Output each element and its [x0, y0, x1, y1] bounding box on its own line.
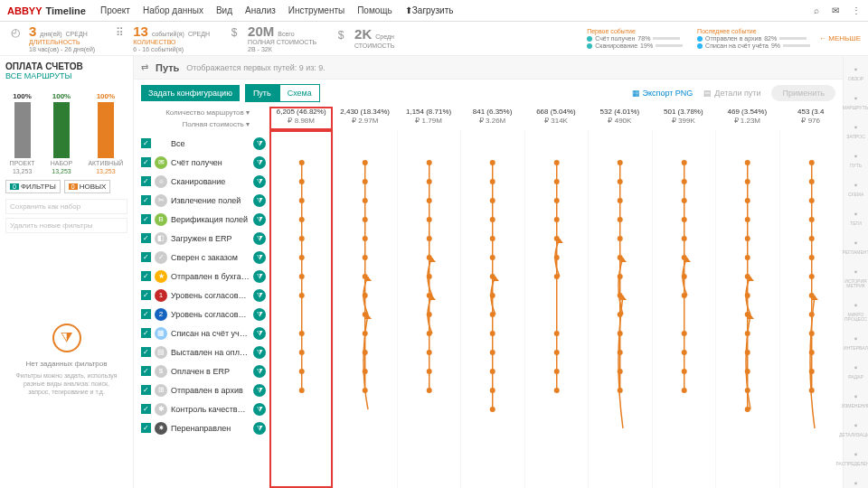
event-row[interactable]: ✓2Уровень согласования 2⧩ [141, 305, 266, 324]
rail-СХЕМА[interactable]: ▪СХЕМА [848, 177, 864, 197]
rail-ПУТЬ[interactable]: ▪ПУТЬ [849, 148, 863, 168]
filter-icon[interactable]: ⧩ [253, 365, 266, 378]
path-column[interactable] [460, 130, 524, 488]
rail-ДЕТАЛИЗАЦИЯ[interactable]: ▪ДЕТАЛИЗАЦИЯ [839, 418, 868, 437]
save-as-set-button[interactable]: Сохранить как набор [5, 199, 127, 214]
tab-path[interactable]: Путь [245, 84, 279, 102]
event-row[interactable]: ✓✉Счёт получен⧩ [141, 153, 266, 172]
checkbox-icon[interactable]: ✓ [141, 252, 151, 262]
mail-icon[interactable]: ✉ [832, 5, 839, 15]
filter-icon[interactable]: ⧩ [253, 308, 266, 321]
filter-icon[interactable]: ⧩ [253, 422, 266, 435]
checkbox-icon[interactable]: ✓ [141, 138, 151, 148]
event-row[interactable]: ✓BВерификация полей⧩ [141, 210, 266, 229]
path-column-header[interactable]: 841 (6.35%)₽ 3.26M [460, 107, 524, 130]
checkbox-icon[interactable]: ✓ [141, 271, 151, 281]
event-row[interactable]: ✓★Отправлен в бухгалтерию⧩ [141, 267, 266, 286]
filter-icon[interactable]: ⧩ [253, 213, 266, 226]
filter-icon[interactable]: ⧩ [253, 194, 266, 207]
event-row[interactable]: ✓✱Контроль качества рас...⧩ [141, 399, 266, 418]
event-row[interactable]: ✓✷Перенаправлен⧩ [141, 418, 266, 437]
filter-icon[interactable]: ⧩ [253, 137, 266, 150]
path-column-header[interactable]: 6,205 (46.82%)₽ 8.98M [269, 107, 333, 130]
path-details-button[interactable]: ▤ Детали пути [703, 89, 760, 98]
path-column[interactable] [269, 130, 333, 488]
routes-selector[interactable]: Количество маршрутов ▾ [134, 108, 257, 117]
search-icon[interactable]: ⌕ [814, 5, 819, 15]
event-row[interactable]: ✓✂Извлечение полей⧩ [141, 191, 266, 210]
path-column-header[interactable]: 501 (3.78%)₽ 399K [652, 107, 715, 130]
event-row[interactable]: ✓▤Выставлен на оплату⧩ [141, 343, 266, 361]
path-column-header[interactable]: 453 (3.4₽ 976 [779, 107, 843, 130]
rail-ИЗМЕНЕНИЕ[interactable]: ▪ИЗМЕНЕНИЕ [842, 389, 868, 408]
event-row[interactable]: ✓◧Загружен в ERP⧩ [141, 229, 266, 248]
checkbox-icon[interactable]: ✓ [141, 290, 151, 300]
export-png-button[interactable]: ▦ Экспорт PNG [632, 89, 693, 98]
rail-ИСТОРИЯ МЕТРИК[interactable]: ▪ИСТОРИЯ МЕТРИК [844, 264, 868, 288]
filter-icon[interactable]: ⧩ [253, 175, 266, 188]
menu-Проект[interactable]: Проект [100, 5, 130, 15]
path-column-header[interactable]: 469 (3.54%)₽ 1.23M [715, 107, 778, 130]
upload-button[interactable]: ⬆ Загрузить [405, 5, 454, 15]
menu-Вид[interactable]: Вид [216, 5, 232, 15]
filter-icon[interactable]: ⧩ [253, 232, 266, 245]
event-row[interactable]: ✓⊞Отправлен в архив⧩ [141, 380, 266, 399]
apply-button[interactable]: Применить [771, 85, 835, 101]
rail-РАДАР[interactable]: ▪РАДАР [848, 360, 863, 380]
path-column-header[interactable]: 532 (4.01%)₽ 490K [588, 107, 651, 130]
path-column[interactable] [715, 130, 778, 488]
filter-icon[interactable]: ⧩ [253, 289, 266, 302]
event-row[interactable]: ✓⌾Сканирование⧩ [141, 172, 266, 191]
checkbox-icon[interactable]: ✓ [141, 404, 151, 414]
menu-Помощь[interactable]: Помощь [357, 5, 392, 15]
filter-icon[interactable]: ⧩ [253, 384, 266, 397]
event-row[interactable]: ✓1Уровень согласования 1⧩ [141, 286, 266, 305]
event-row[interactable]: ✓▦Списан на счёт учёта⧩ [141, 324, 266, 343]
checkbox-icon[interactable]: ✓ [141, 233, 151, 243]
tab-scheme[interactable]: Схема [279, 84, 320, 102]
checkbox-icon[interactable]: ✓ [141, 157, 151, 167]
checkbox-icon[interactable]: ✓ [141, 176, 151, 186]
checkbox-icon[interactable]: ✓ [141, 385, 151, 395]
filter-icon[interactable]: ⧩ [253, 251, 266, 264]
more-icon[interactable]: ⋮ [852, 5, 861, 15]
delete-filters-button[interactable]: Удалить новые фильтры [5, 218, 127, 233]
path-column[interactable] [652, 130, 715, 488]
cost-selector[interactable]: Полная стоимость ▾ [134, 120, 257, 128]
event-row[interactable]: ✓✓Сверен с заказом⧩ [141, 248, 266, 267]
filter-icon[interactable]: ⧩ [253, 346, 266, 359]
config-button[interactable]: Задать конфигурацию [141, 85, 240, 101]
rail-ТЕГИ[interactable]: ▪ТЕГИ [849, 206, 863, 226]
checkbox-icon[interactable]: ✓ [141, 195, 151, 205]
path-column[interactable] [397, 130, 460, 488]
filter-icon[interactable]: ⧩ [253, 270, 266, 283]
path-column[interactable] [779, 130, 843, 488]
path-column[interactable] [333, 130, 396, 488]
rail-ЗАПРОС[interactable]: ▪ЗАПРОС [846, 119, 865, 139]
path-column[interactable] [588, 130, 651, 488]
filters-button[interactable]: 0ФИЛЬТРЫ [5, 180, 61, 193]
path-column-header[interactable]: 2,430 (18.34%)₽ 2.97M [333, 107, 396, 130]
rail-МАРШРУТЫ[interactable]: ▪МАРШРУТЫ [843, 90, 868, 110]
checkbox-icon[interactable]: ✓ [141, 423, 151, 433]
filter-icon[interactable]: ⧩ [253, 327, 266, 340]
menu-Набор данных[interactable]: Набор данных [143, 5, 203, 15]
rail-ОБЗОР[interactable]: ▪ОБЗОР [848, 61, 863, 81]
checkbox-icon[interactable]: ✓ [141, 366, 151, 376]
new-filters-button[interactable]: 0НОВЫХ [64, 180, 111, 193]
filter-icon[interactable]: ⧩ [253, 156, 266, 169]
path-column-header[interactable]: 1,154 (8.71%)₽ 1.79M [397, 107, 460, 130]
filter-icon[interactable]: ⧩ [253, 403, 266, 416]
checkbox-icon[interactable]: ✓ [141, 347, 151, 357]
rail-ИНТЕРВАЛ[interactable]: ▪ИНТЕРВАЛ [844, 331, 868, 351]
event-row[interactable]: ✓$Оплачен в ERP⧩ [141, 361, 266, 380]
checkbox-icon[interactable]: ✓ [141, 309, 151, 319]
checkbox-icon[interactable]: ✓ [141, 328, 151, 338]
menu-Инструменты[interactable]: Инструменты [288, 5, 344, 15]
menu-Анализ[interactable]: Анализ [245, 5, 276, 15]
event-row[interactable]: ✓≡Все⧩ [141, 134, 266, 153]
path-column[interactable] [524, 130, 588, 488]
collapse-button[interactable]: ← МЕНЬШЕ [819, 34, 861, 42]
rail-РЕГЛАМЕНТ[interactable]: ▪РЕГЛАМЕНТ [843, 235, 868, 255]
rail-ВРЕМЕННОЙ ИНТЕРВАЛ[interactable]: ▪ВРЕМЕННОЙ ИНТЕРВАЛ [841, 475, 868, 488]
